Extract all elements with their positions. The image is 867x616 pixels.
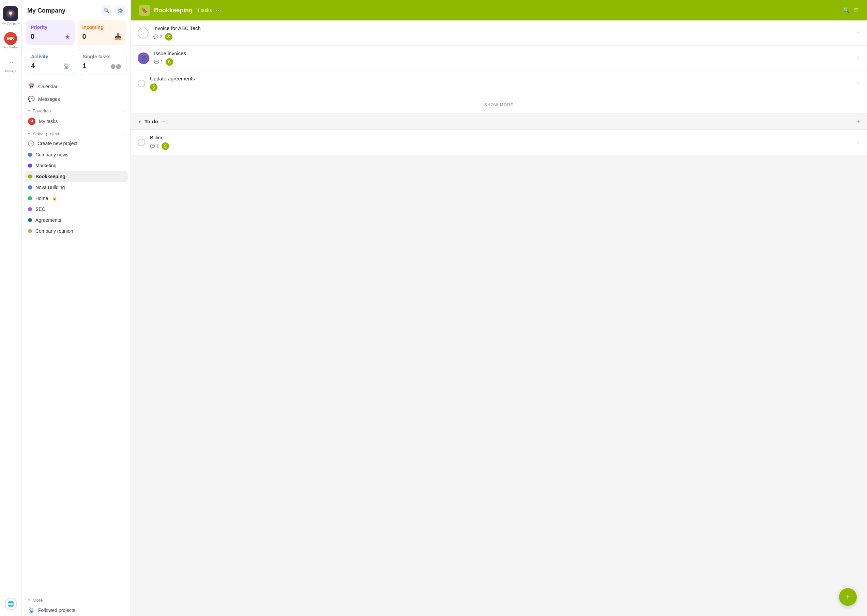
- home-label: Home: [35, 196, 48, 201]
- task-invoice-abc-star[interactable]: ☆: [855, 30, 860, 36]
- task-billing[interactable]: Billing 💬 1 S ☆: [131, 130, 867, 155]
- priority-card[interactable]: Priority 0 ★: [26, 20, 75, 45]
- incoming-count: 0: [82, 33, 86, 41]
- my-tasks-nav-item[interactable]: M My tasks: [25, 115, 128, 128]
- globe-icon[interactable]: 🌐: [5, 597, 17, 610]
- bookkeeping-label: Bookkeeping: [35, 174, 65, 179]
- search-header-button[interactable]: 🔍: [842, 6, 850, 14]
- sidebar-scroll: 📅 Calendar 💬 Messages ▼ Favorites ··· M: [22, 80, 131, 616]
- my-nozbe-avatar[interactable]: MN: [4, 32, 17, 45]
- followed-projects-icon: 📡: [28, 607, 35, 613]
- incoming-card[interactable]: Incoming 0 📥: [78, 20, 127, 45]
- active-projects-header-left: ▼ Active projects: [27, 131, 61, 136]
- company-news-project-item[interactable]: Company news: [25, 149, 128, 160]
- task-billing-title: Billing: [150, 135, 851, 140]
- task-billing-checkbox[interactable]: [138, 139, 145, 146]
- marketing-dot-icon: [28, 163, 32, 168]
- followed-projects-item[interactable]: 📡 Followed projects: [25, 604, 128, 616]
- nova-building-project-item[interactable]: Nova Building: [25, 182, 128, 193]
- task-issue-invoices-assignee: S: [166, 58, 173, 66]
- nova-building-dot-icon: [28, 185, 32, 189]
- manage-dots-icon[interactable]: ···: [5, 56, 17, 69]
- task-issue-invoices-meta: 💬 1 S: [154, 58, 851, 66]
- todo-chevron-icon[interactable]: ▼: [138, 119, 142, 124]
- tasks-count-label: 4 tasks: [197, 8, 212, 13]
- fab-add-button[interactable]: +: [839, 588, 857, 606]
- favorites-section-header[interactable]: ▼ Favorites ···: [22, 105, 131, 115]
- task-update-agreements-checkbox[interactable]: [138, 80, 145, 87]
- task-update-agreements[interactable]: Update agreements S ☆: [131, 71, 867, 96]
- messages-nav-item[interactable]: 💬 Messages: [25, 93, 128, 105]
- project-options-button[interactable]: ···: [216, 7, 221, 14]
- favorites-more-icon[interactable]: ···: [121, 108, 125, 113]
- todo-section-more-icon[interactable]: ···: [161, 119, 165, 125]
- marketing-label: Marketing: [35, 163, 56, 168]
- sidebar-title: My Company: [27, 7, 65, 14]
- home-project-item[interactable]: Home 🔒: [25, 193, 128, 204]
- manage-item[interactable]: ··· Manage: [5, 54, 17, 75]
- main-content: 🔖 Bookkeeping 4 tasks ··· 🔍 ☰ + Invoice …: [131, 0, 867, 616]
- agreements-project-item[interactable]: Agreements: [25, 215, 128, 226]
- company-logo-item[interactable]: My Company: [2, 4, 20, 27]
- task-billing-content: Billing 💬 1 S: [150, 135, 851, 150]
- home-dot-icon: [28, 196, 32, 200]
- bookkeeping-dot-icon: [28, 174, 32, 179]
- company-reunion-project-item[interactable]: Company reunion: [25, 226, 128, 236]
- task-billing-meta: 💬 1 S: [150, 142, 851, 150]
- messages-icon: 💬: [28, 96, 35, 102]
- create-project-plus-icon: +: [28, 140, 34, 146]
- task-invoice-abc[interactable]: + Invoice for ABC Tech 💬 2 S ☆: [131, 20, 867, 46]
- show-more-button[interactable]: SHOW MORE: [131, 96, 867, 113]
- task-issue-invoices-star[interactable]: ☆: [855, 55, 860, 61]
- activity-card[interactable]: Activity 4 📡: [26, 49, 75, 75]
- priority-row: 0 ★: [31, 33, 70, 41]
- settings-button[interactable]: ⚙️: [115, 5, 125, 16]
- task-issue-invoices[interactable]: 👤 Issue invoices 💬 1 S ☆: [131, 46, 867, 71]
- search-button[interactable]: 🔍: [101, 5, 112, 16]
- comment-icon-3: 💬: [150, 144, 155, 149]
- globe-item[interactable]: 🌐: [5, 596, 17, 612]
- create-project-item[interactable]: + Create new project: [25, 138, 128, 149]
- project-header-icon: 🔖: [139, 5, 150, 16]
- seo-project-item[interactable]: SEO: [25, 204, 128, 215]
- favorites-chevron-icon: ▼: [27, 109, 31, 113]
- more-chevron-icon: ▼: [27, 598, 31, 602]
- comment-count-3: 1: [156, 144, 159, 149]
- calendar-label: Calendar: [38, 84, 58, 89]
- filter-header-button[interactable]: ☰: [853, 6, 859, 14]
- stats-row-2: Activity 4 📡 Single tasks 1 ⬤⬤: [22, 49, 131, 80]
- active-projects-section-header[interactable]: ▼ Active projects ···: [22, 128, 131, 138]
- single-tasks-label: Single tasks: [83, 54, 122, 59]
- calendar-icon: 📅: [28, 83, 35, 90]
- todo-section-divider: ▼ To-do ··· +: [131, 113, 867, 130]
- incoming-label: Incoming: [82, 25, 122, 30]
- task-issue-invoices-title: Issue invoices: [154, 50, 851, 56]
- todo-section-left: ▼ To-do ···: [138, 119, 166, 125]
- task-update-agreements-title: Update agreements: [150, 75, 851, 82]
- todo-add-task-button[interactable]: +: [856, 118, 860, 126]
- marketing-project-item[interactable]: Marketing: [25, 160, 128, 171]
- comment-count-2: 1: [160, 60, 163, 64]
- agreements-label: Agreements: [35, 217, 61, 223]
- icon-bar-bottom: 🌐: [5, 596, 17, 612]
- more-section-header[interactable]: ▼ More: [22, 594, 131, 604]
- show-more-text: SHOW MORE: [484, 102, 514, 107]
- single-tasks-card[interactable]: Single tasks 1 ⬤⬤: [78, 49, 127, 75]
- task-invoice-abc-assignee: S: [165, 33, 172, 41]
- project-name-title: Bookkeeping: [154, 7, 192, 14]
- task-billing-assignee: S: [162, 142, 169, 150]
- task-billing-star[interactable]: ☆: [855, 139, 860, 146]
- task-update-agreements-star[interactable]: ☆: [855, 80, 860, 86]
- activity-feed-icon: 📡: [63, 63, 70, 69]
- task-add-button[interactable]: +: [138, 28, 149, 39]
- main-header-left: 🔖 Bookkeeping 4 tasks ···: [139, 5, 221, 16]
- company-logo[interactable]: [3, 6, 18, 21]
- favorites-header-left: ▼ Favorites: [27, 108, 51, 113]
- calendar-nav-item[interactable]: 📅 Calendar: [25, 80, 128, 92]
- my-nozbe-item[interactable]: MN My Nozbe: [4, 30, 18, 51]
- messages-label: Messages: [38, 96, 60, 102]
- comment-count: 2: [160, 35, 162, 39]
- task-update-agreements-content: Update agreements S: [150, 75, 851, 91]
- active-projects-more-icon[interactable]: ···: [121, 131, 125, 136]
- bookkeeping-project-item[interactable]: Bookkeeping: [25, 171, 128, 182]
